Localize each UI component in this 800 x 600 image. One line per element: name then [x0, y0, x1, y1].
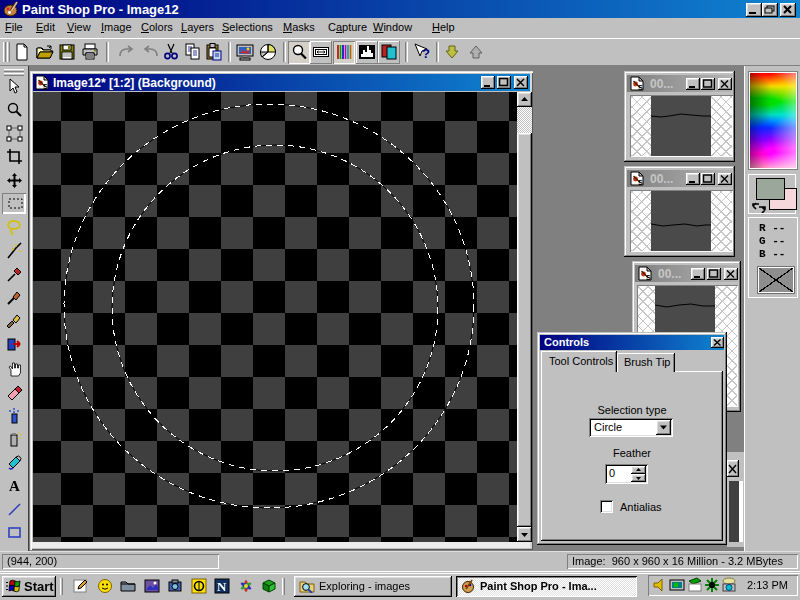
svg-text:S: S	[646, 274, 651, 281]
svg-text:N: N	[217, 579, 227, 594]
svg-text:S: S	[638, 179, 643, 186]
svg-text:A: A	[9, 478, 20, 494]
svg-text:?: ?	[422, 46, 430, 61]
svg-text:S: S	[638, 84, 643, 91]
svg-text:S: S	[43, 83, 48, 90]
